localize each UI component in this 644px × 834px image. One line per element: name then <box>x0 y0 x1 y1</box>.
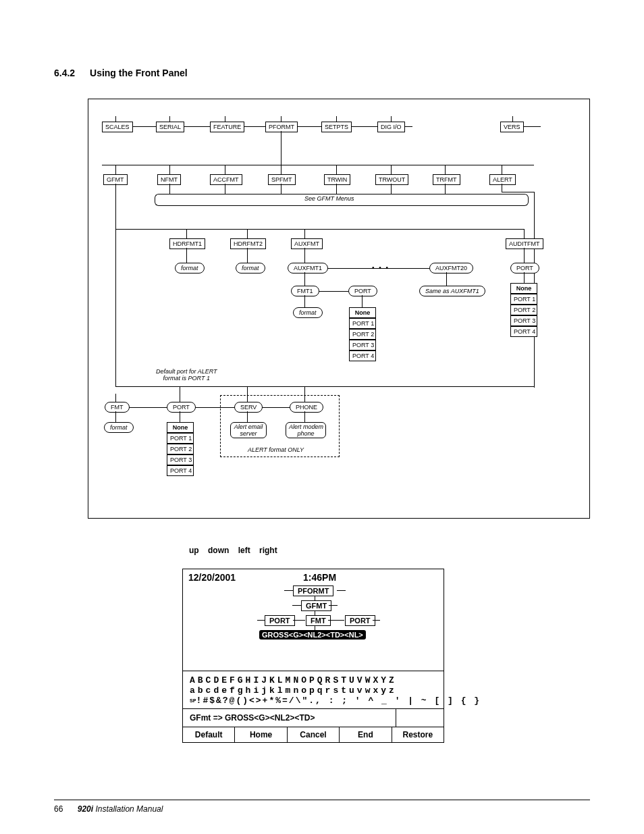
dots: • • • <box>372 264 390 271</box>
charset-symbols: !#$&?@()<>+*%=/\"., : ; ' ^ _ ' | ~ [ ] … <box>196 696 481 706</box>
node-aux-port: PORT <box>348 286 377 296</box>
node-setpts: SETPTS <box>321 122 352 132</box>
node-hdrfmt1: HDRFMT1 <box>169 238 205 249</box>
node-spfmt: SPFMT <box>268 174 296 185</box>
node-accfmt: ACCFMT <box>210 174 242 185</box>
section-heading: 6.4.2 Using the Front Panel <box>54 68 590 78</box>
audit-port-none: None <box>510 283 537 294</box>
node-trwout: TRWOUT <box>375 174 408 185</box>
node-vers: VERS <box>500 122 524 132</box>
alert-port-4: PORT 4 <box>167 465 194 476</box>
lcd-softkeys: Default Home Cancel End Restore <box>183 727 444 742</box>
lcd-date: 12/20/2001 <box>188 572 236 583</box>
node-trwin: TRWIN <box>324 174 350 185</box>
lcd-inverse: GROSS<G><NL2><TD><NL> <box>259 630 366 640</box>
lcd-port-r: PORT <box>345 615 375 626</box>
kw-down: down <box>208 546 229 555</box>
softkey-default[interactable]: Default <box>183 727 235 742</box>
node-audit-port: PORT <box>510 263 539 273</box>
menu-tree-diagram: SCALES SERIAL FEATURE PFORMT SETPTS DIG … <box>88 99 590 519</box>
pill-format-1: format <box>175 263 205 273</box>
audit-port-2: PORT 2 <box>510 305 537 315</box>
keyword-line: up down left right <box>189 546 590 555</box>
audit-port-4: PORT 4 <box>510 326 537 337</box>
node-alert-fmt: FMT <box>105 402 130 413</box>
softkey-restore[interactable]: Restore <box>392 727 444 742</box>
footer-manual: Installation Manual <box>93 804 163 814</box>
node-trfmt: TRFMT <box>433 174 460 185</box>
node-alert-port: PORT <box>167 402 196 413</box>
lcd-gfmt: GFMT <box>301 600 331 611</box>
softkey-home[interactable]: Home <box>235 727 287 742</box>
lcd-pformt: PFORMT <box>293 585 333 596</box>
footer-model: 920i <box>78 804 93 814</box>
pill-format-2: format <box>236 263 265 273</box>
alert-port-none: None <box>167 422 194 433</box>
aux-port-2: PORT 2 <box>349 329 376 340</box>
charset-upper: ABCDEFGHIJKLMNOPQRSTUVWXYZ <box>190 675 437 685</box>
lcd-port-l: PORT <box>265 615 295 626</box>
kw-right: right <box>259 546 277 555</box>
audit-port-3: PORT 3 <box>510 315 537 326</box>
aux-port-3: PORT 3 <box>349 340 376 350</box>
alert-note: Default port for ALERT format is PORT 1 <box>156 368 217 382</box>
node-serial: SERIAL <box>156 122 184 132</box>
lcd-charset: ABCDEFGHIJKLMNOPQRSTUVWXYZ abcdefghijklm… <box>183 671 444 709</box>
node-hdrfmt2: HDRFMT2 <box>230 238 266 249</box>
pill-format-3: format <box>293 307 323 318</box>
node-feature: FEATURE <box>210 122 244 132</box>
alert-port-2: PORT 2 <box>167 444 194 454</box>
alert-port-1: PORT 1 <box>167 433 194 444</box>
pill-format-4: format <box>104 422 134 433</box>
node-auxfmt1: AUXFMT1 <box>288 263 328 273</box>
kw-up: up <box>189 546 199 555</box>
audit-port-1: PORT 1 <box>510 294 537 305</box>
aux-port-4: PORT 4 <box>349 350 376 361</box>
aux-port-none: None <box>349 307 376 318</box>
page-footer: 66 920i Installation Manual <box>54 800 590 814</box>
aux-port-1: PORT 1 <box>349 318 376 329</box>
kw-left: left <box>238 546 250 555</box>
page-number: 66 <box>54 804 63 814</box>
softkey-cancel[interactable]: Cancel <box>288 727 340 742</box>
node-digio: DIG I/O <box>377 122 405 132</box>
charset-lower: abcdefghijklmnopqrstuvwxyz <box>190 685 437 696</box>
lcd-panel: 12/20/2001 1:46PM PFORMT GFMT PORT FMT P… <box>182 569 444 743</box>
node-auxfmt20: AUXFMT20 <box>429 263 473 273</box>
lcd-time: 1:46PM <box>303 572 336 583</box>
node-scales: SCALES <box>102 122 133 132</box>
node-alert: ALERT <box>489 174 516 185</box>
section-title: Using the Front Panel <box>90 68 188 78</box>
lcd-fmt: FMT <box>306 615 331 626</box>
see-gfmt-label: See GFMT Menus <box>304 195 354 202</box>
alert-port-3: PORT 3 <box>167 454 194 465</box>
softkey-end[interactable]: End <box>340 727 392 742</box>
pill-same-as: Same as AUXFMT1 <box>419 286 485 296</box>
charset-sp: SP <box>190 698 196 704</box>
section-number: 6.4.2 <box>54 68 75 78</box>
node-auxfmt: AUXFMT <box>291 238 323 249</box>
alert-only-label: ALERT format ONLY <box>248 446 304 453</box>
node-pformt: PFORMT <box>265 122 298 132</box>
lcd-template: GFmt => GROSS<G><NL2><TD> <box>183 709 444 727</box>
